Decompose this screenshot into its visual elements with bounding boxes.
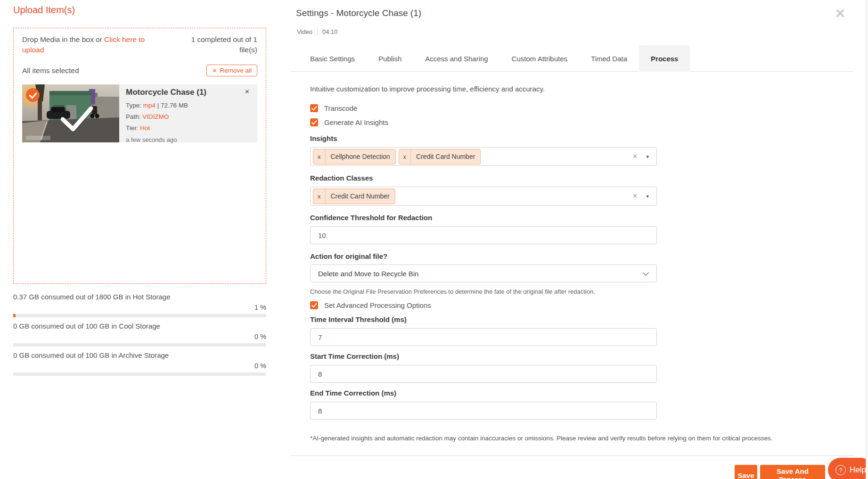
archive-storage-label: 0 GB consumed out of 100 GB in Archive S… <box>13 351 266 360</box>
item-path-value[interactable]: VIDIZMO <box>142 113 169 120</box>
upload-item-card: Motorcycle Chase (1) ✕ Type: mp4 | 72.76… <box>22 84 257 142</box>
redaction-tag-label: Credit Card Number <box>326 189 395 204</box>
generate-ai-label: Generate AI Insights <box>324 118 388 126</box>
settings-dialog: Settings - Motorcycle Chase (1) ✕ Video … <box>285 0 856 479</box>
redaction-section-label: Redaction Classes <box>310 174 856 182</box>
advanced-options-row: Set Advanced Processing Options <box>310 301 856 309</box>
item-type-value[interactable]: mp4 <box>143 102 156 109</box>
item-tier-row: Tier: Hot <box>126 124 251 132</box>
hot-storage-row: 0.37 GB consumed out of 1800 GB in Hot S… <box>13 293 266 322</box>
media-type-label: Video <box>297 28 312 35</box>
redaction-clear-icon[interactable]: ✕ <box>632 192 638 199</box>
drop-instruction-text: Drop Media in the box or <box>22 35 102 43</box>
advanced-options-label: Set Advanced Processing Options <box>324 301 431 309</box>
tab-access-and-sharing[interactable]: Access and Sharing <box>413 45 500 72</box>
media-meta-row: Video 04:10 <box>297 28 338 35</box>
transcode-label: Transcode <box>324 104 357 112</box>
item-tier-value[interactable]: Hot <box>140 124 150 132</box>
insight-tag-label: Cellphone Detection <box>326 149 395 164</box>
insights-section-label: Insights <box>310 134 856 142</box>
tag-remove-icon[interactable]: x <box>313 189 326 204</box>
all-items-selected-label: All items selected <box>22 66 79 75</box>
video-thumbnail[interactable] <box>22 84 119 142</box>
tag-remove-icon[interactable]: x <box>313 149 326 164</box>
tab-publish[interactable]: Publish <box>367 45 413 72</box>
item-type-row: Type: mp4 | 72.76 MB <box>126 102 251 109</box>
process-intro-text: Intuitive customization to improve proce… <box>310 85 856 93</box>
tab-basic-settings[interactable]: Basic Settings <box>298 45 367 72</box>
insight-tag: x Cellphone Detection <box>313 149 396 165</box>
advanced-options-checkbox[interactable] <box>310 301 318 309</box>
media-duration: 04:10 <box>322 28 338 35</box>
upload-progress-count: 1 completed out of 1 file(s) <box>187 34 257 55</box>
hot-storage-bar <box>13 314 266 317</box>
item-close-icon[interactable]: ✕ <box>244 87 251 97</box>
tab-process[interactable]: Process <box>639 45 690 72</box>
hot-storage-label: 0.37 GB consumed out of 1800 GB in Hot S… <box>13 293 266 301</box>
remove-all-button[interactable]: ✕ Remove all <box>206 65 257 76</box>
tab-custom-attributes[interactable]: Custom Attributes <box>500 45 579 72</box>
insights-caret-icon[interactable]: ▾ <box>646 154 649 160</box>
generate-ai-row: Generate AI Insights <box>310 118 856 126</box>
thumbnail-watermark <box>26 136 50 140</box>
action-selected-value: Delete and Move to Recycle Bin <box>318 270 418 278</box>
start-time-input[interactable] <box>310 365 657 383</box>
item-title: Motorcycle Chase (1) <box>126 87 206 98</box>
hot-storage-percent: 1 % <box>13 304 266 311</box>
redaction-multiselect[interactable]: x Credit Card Number ✕ ▾ <box>310 187 657 206</box>
settings-tabs: Basic Settings Publish Access and Sharin… <box>291 45 854 72</box>
time-interval-input[interactable] <box>310 328 657 346</box>
drop-instruction: Drop Media in the box or Click here to u… <box>22 34 164 55</box>
save-button[interactable]: Save <box>735 465 757 479</box>
cool-storage-percent: 0 % <box>13 333 266 340</box>
item-path-label: Path: <box>126 113 141 120</box>
cool-storage-bar <box>13 343 266 347</box>
time-interval-label: Time Interval Threshold (ms) <box>310 315 856 323</box>
confidence-input[interactable] <box>310 226 657 244</box>
insights-clear-icon[interactable]: ✕ <box>632 153 638 160</box>
tag-remove-icon[interactable]: x <box>399 149 411 164</box>
help-label: Help <box>850 465 866 475</box>
transcode-checkbox[interactable] <box>310 104 318 112</box>
tab-timed-data[interactable]: Timed Data <box>579 45 639 72</box>
upload-item-info: Motorcycle Chase (1) ✕ Type: mp4 | 72.76… <box>119 84 257 142</box>
remove-all-x-icon: ✕ <box>212 67 217 74</box>
end-time-input[interactable] <box>310 402 657 420</box>
generate-ai-checkbox[interactable] <box>310 118 318 126</box>
end-time-label: End Time Correction (ms) <box>310 389 856 397</box>
transcode-row: Transcode <box>310 104 856 112</box>
item-tier-label: Tier: <box>126 124 139 132</box>
help-button[interactable]: ? Help <box>828 458 868 479</box>
save-and-process-button[interactable]: Save And Process <box>760 465 825 479</box>
upload-dropzone[interactable]: Drop Media in the box or Click here to u… <box>13 28 266 284</box>
action-for-original-file-select[interactable]: Delete and Move to Recycle Bin <box>310 264 657 282</box>
redaction-tag: x Credit Card Number <box>313 189 395 204</box>
dialog-close-icon[interactable]: ✕ <box>835 7 845 21</box>
item-path-row: Path: VIDIZMO <box>126 113 251 120</box>
item-type-label: Type: <box>126 102 141 109</box>
ai-disclaimer-footnote: *AI-generated insights and automatic red… <box>310 435 856 442</box>
selected-badge-icon[interactable] <box>26 88 40 102</box>
upload-panel: Upload Item(s) Drop Media in the box or … <box>13 0 266 284</box>
upload-panel-title: Upload Item(s) <box>13 5 266 16</box>
redaction-caret-icon[interactable]: ▾ <box>646 193 649 199</box>
cool-storage-row: 0 GB consumed out of 100 GB in Cool Stor… <box>13 322 266 351</box>
start-time-label: Start Time Correction (ms) <box>310 352 856 360</box>
dialog-title: Settings - Motorcycle Chase (1) <box>296 8 421 18</box>
selection-row: All items selected ✕ Remove all <box>22 65 257 76</box>
storage-usage-section: 0.37 GB consumed out of 1800 GB in Hot S… <box>13 293 266 380</box>
action-helper-text: Choose the Original File Preservation Pr… <box>310 288 856 295</box>
item-timestamp: a few seconds ago <box>126 136 251 143</box>
remove-all-label: Remove all <box>220 67 252 74</box>
help-question-icon: ? <box>835 465 846 475</box>
process-tab-content: Intuitive customization to improve proce… <box>310 72 856 442</box>
item-size: 72.76 MB <box>161 102 188 109</box>
scrollbar-track[interactable] <box>866 0 868 479</box>
hot-storage-bar-fill <box>13 314 16 317</box>
select-chevron-icon <box>643 270 649 276</box>
cool-storage-label: 0 GB consumed out of 100 GB in Cool Stor… <box>13 322 266 330</box>
footer-divider <box>291 455 854 456</box>
archive-storage-percent: 0 % <box>13 362 266 370</box>
insights-multiselect[interactable]: x Cellphone Detection x Credit Card Numb… <box>310 147 657 166</box>
item-size-sep: | <box>157 102 159 109</box>
